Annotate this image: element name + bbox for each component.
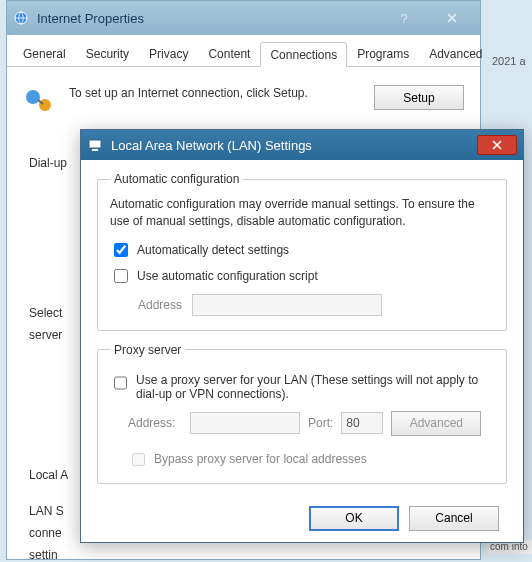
connection-wizard-icon	[23, 85, 55, 117]
svg-rect-4	[92, 149, 98, 151]
local-fragment: Local A	[29, 468, 68, 482]
advanced-button: Advanced	[391, 411, 481, 436]
auto-description: Automatic configuration may override man…	[110, 196, 494, 230]
auto-detect-row[interactable]: Automatically detect settings	[110, 240, 494, 260]
auto-address-input	[192, 294, 382, 316]
conn-fragment: conne	[29, 526, 68, 540]
cancel-button[interactable]: Cancel	[409, 506, 499, 531]
svg-point-1	[26, 90, 40, 104]
parent-titlebar[interactable]: Internet Properties ?	[7, 1, 480, 35]
proxy-use-checkbox[interactable]	[114, 376, 127, 390]
auto-script-row[interactable]: Use automatic configuration script	[110, 266, 494, 286]
lan-settings-icon	[87, 137, 103, 153]
auto-detect-checkbox[interactable]	[114, 243, 128, 257]
bypass-row: Bypass proxy server for local addresses	[128, 450, 494, 469]
proxy-legend: Proxy server	[110, 343, 185, 357]
bypass-label: Bypass proxy server for local addresses	[154, 452, 367, 466]
setup-button[interactable]: Setup	[374, 85, 464, 110]
background-fragment: 2021 a	[492, 55, 532, 75]
server-fragment: server	[29, 328, 68, 342]
bypass-checkbox	[132, 453, 145, 466]
auto-script-checkbox[interactable]	[114, 269, 128, 283]
child-title: Local Area Network (LAN) Settings	[111, 138, 312, 153]
select-fragment: Select	[29, 306, 68, 320]
tab-privacy[interactable]: Privacy	[139, 41, 198, 66]
tab-programs[interactable]: Programs	[347, 41, 419, 66]
svg-rect-3	[89, 140, 101, 148]
proxy-port-label: Port:	[308, 416, 333, 430]
tab-content[interactable]: Content	[198, 41, 260, 66]
auto-address-label: Address	[138, 298, 182, 312]
ok-button[interactable]: OK	[309, 506, 399, 531]
tab-advanced[interactable]: Advanced	[419, 41, 492, 66]
close-icon	[492, 140, 502, 150]
close-icon	[446, 12, 458, 24]
svg-point-2	[39, 99, 51, 111]
parent-body: To set up an Internet connection, click …	[7, 67, 480, 135]
automatic-configuration-group: Automatic configuration Automatic config…	[97, 172, 507, 331]
lan-settings-dialog: Local Area Network (LAN) Settings Automa…	[80, 129, 524, 543]
proxy-address-label: Address:	[128, 416, 182, 430]
parent-obscured-content: Dial-up Select server Local A LAN S conn…	[29, 156, 68, 562]
auto-legend: Automatic configuration	[110, 172, 243, 186]
close-button[interactable]	[430, 8, 474, 28]
tab-strip: General Security Privacy Content Connect…	[7, 41, 480, 67]
settin-fragment: settin	[29, 548, 68, 562]
proxy-server-group: Proxy server Use a proxy server for your…	[97, 343, 507, 484]
tab-connections[interactable]: Connections	[260, 42, 347, 67]
tab-security[interactable]: Security	[76, 41, 139, 66]
lan-fragment: LAN S	[29, 504, 68, 518]
proxy-port-input	[341, 412, 383, 434]
auto-detect-label: Automatically detect settings	[137, 243, 289, 257]
proxy-use-label: Use a proxy server for your LAN (These s…	[136, 373, 494, 401]
proxy-address-input	[190, 412, 300, 434]
tab-general[interactable]: General	[13, 41, 76, 66]
internet-options-icon	[13, 10, 29, 26]
setup-text: To set up an Internet connection, click …	[69, 85, 360, 102]
auto-script-label: Use automatic configuration script	[137, 269, 318, 283]
parent-title: Internet Properties	[37, 11, 144, 26]
proxy-use-row[interactable]: Use a proxy server for your LAN (These s…	[110, 373, 494, 401]
dialup-label: Dial-up	[29, 156, 68, 170]
help-button[interactable]: ?	[386, 8, 422, 28]
child-titlebar[interactable]: Local Area Network (LAN) Settings	[81, 130, 523, 160]
child-close-button[interactable]	[477, 135, 517, 155]
